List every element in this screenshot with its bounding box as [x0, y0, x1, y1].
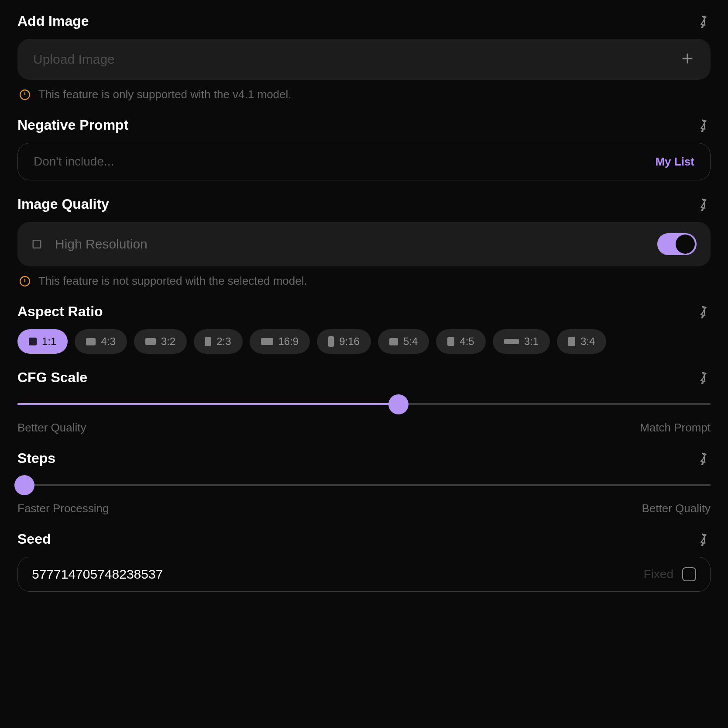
- steps-slider[interactable]: [17, 476, 711, 494]
- image-quality-warning: This feature is not supported with the s…: [17, 274, 711, 288]
- toggle-knob: [676, 235, 695, 254]
- warning-icon: [19, 276, 31, 287]
- ratio-label: 1:1: [42, 335, 56, 348]
- section-add-image: Add Image Upload Image This feature is o…: [17, 13, 711, 101]
- pin-steps-button[interactable]: [695, 451, 711, 466]
- pin-image-quality-button[interactable]: [695, 197, 711, 212]
- add-image-warning: This feature is only supported with the …: [17, 88, 711, 101]
- pin-aspect-ratio-button[interactable]: [695, 304, 711, 320]
- image-quality-warning-text: This feature is not supported with the s…: [38, 274, 307, 288]
- cfg-slider-thumb[interactable]: [388, 394, 409, 414]
- aspect-ratio-2-3[interactable]: 2:3: [194, 329, 242, 354]
- cfg-left-label: Better Quality: [17, 421, 86, 435]
- section-steps: Steps Faster Processing Better Quality: [17, 450, 711, 515]
- ratio-shape-icon: [29, 338, 37, 345]
- seed-fixed-checkbox[interactable]: [682, 567, 696, 581]
- section-seed: Seed Fixed: [17, 531, 711, 592]
- plus-icon: [680, 51, 695, 68]
- my-list-link[interactable]: My List: [655, 155, 694, 169]
- add-image-title: Add Image: [17, 13, 89, 29]
- seed-fixed-label: Fixed: [644, 567, 673, 581]
- ratio-label: 4:3: [101, 335, 115, 348]
- pin-icon: [696, 305, 709, 318]
- ratio-shape-icon: [504, 339, 519, 344]
- ratio-shape-icon: [205, 337, 211, 346]
- ratio-shape-icon: [447, 337, 454, 346]
- cfg-right-label: Match Prompt: [640, 421, 711, 435]
- ratio-label: 9:16: [339, 335, 360, 348]
- svg-rect-1: [33, 240, 41, 248]
- add-image-warning-text: This feature is only supported with the …: [38, 88, 292, 101]
- section-cfg-scale: CFG Scale Better Quality Match Prompt: [17, 369, 711, 435]
- negative-prompt-input[interactable]: [34, 155, 655, 169]
- cfg-slider-fill: [17, 403, 398, 405]
- pin-negative-prompt-button[interactable]: [695, 117, 711, 133]
- ratio-label: 5:4: [403, 335, 418, 348]
- aspect-ratio-4-5[interactable]: 4:5: [436, 329, 485, 354]
- pin-icon: [696, 119, 709, 132]
- pin-icon: [696, 198, 709, 211]
- pin-seed-button[interactable]: [695, 531, 711, 547]
- ratio-shape-icon: [568, 337, 575, 346]
- cfg-scale-slider[interactable]: [17, 395, 711, 413]
- pin-icon: [696, 452, 709, 465]
- section-image-quality: Image Quality High Resolution This featu…: [17, 196, 711, 288]
- high-resolution-label: High Resolution: [55, 237, 148, 252]
- aspect-ratio-3-2[interactable]: 3:2: [134, 329, 187, 354]
- steps-left-label: Faster Processing: [17, 502, 109, 515]
- steps-slider-thumb[interactable]: [14, 475, 34, 495]
- image-quality-title: Image Quality: [17, 196, 109, 212]
- ratio-label: 3:2: [161, 335, 175, 348]
- cfg-scale-title: CFG Scale: [17, 369, 87, 386]
- steps-title: Steps: [17, 450, 55, 466]
- aspect-ratio-3-1[interactable]: 3:1: [493, 329, 550, 354]
- warning-icon: [19, 89, 31, 100]
- high-resolution-toggle[interactable]: [657, 233, 697, 255]
- ratio-label: 3:1: [524, 335, 539, 348]
- aspect-ratio-5-4[interactable]: 5:4: [378, 329, 429, 354]
- seed-input[interactable]: [32, 567, 644, 582]
- resolution-icon: [31, 238, 45, 251]
- aspect-ratio-title: Aspect Ratio: [17, 304, 103, 320]
- ratio-label: 16:9: [278, 335, 299, 348]
- ratio-label: 2:3: [216, 335, 231, 348]
- pin-add-image-button[interactable]: [695, 14, 711, 29]
- negative-prompt-title: Negative Prompt: [17, 117, 128, 133]
- ratio-label: 3:4: [580, 335, 595, 348]
- aspect-ratio-4-3[interactable]: 4:3: [75, 329, 127, 354]
- aspect-ratio-options: 1:14:33:22:316:99:165:44:53:13:4: [17, 329, 711, 354]
- seed-title: Seed: [17, 531, 51, 547]
- pin-icon: [696, 371, 709, 384]
- section-aspect-ratio: Aspect Ratio 1:14:33:22:316:99:165:44:53…: [17, 304, 711, 354]
- pin-icon: [696, 15, 709, 28]
- upload-image-label: Upload Image: [33, 52, 115, 67]
- section-negative-prompt: Negative Prompt My List: [17, 117, 711, 180]
- ratio-label: 4:5: [460, 335, 474, 348]
- pin-cfg-scale-button[interactable]: [695, 370, 711, 386]
- ratio-shape-icon: [86, 338, 96, 345]
- ratio-shape-icon: [261, 338, 273, 345]
- aspect-ratio-1-1[interactable]: 1:1: [17, 329, 68, 354]
- steps-right-label: Better Quality: [642, 502, 711, 515]
- aspect-ratio-16-9[interactable]: 16:9: [250, 329, 310, 354]
- ratio-shape-icon: [389, 338, 398, 345]
- ratio-shape-icon: [145, 338, 156, 345]
- upload-image-button[interactable]: Upload Image: [17, 39, 711, 80]
- pin-icon: [696, 533, 709, 546]
- aspect-ratio-3-4[interactable]: 3:4: [557, 329, 606, 354]
- ratio-shape-icon: [328, 336, 334, 347]
- aspect-ratio-9-16[interactable]: 9:16: [317, 329, 371, 354]
